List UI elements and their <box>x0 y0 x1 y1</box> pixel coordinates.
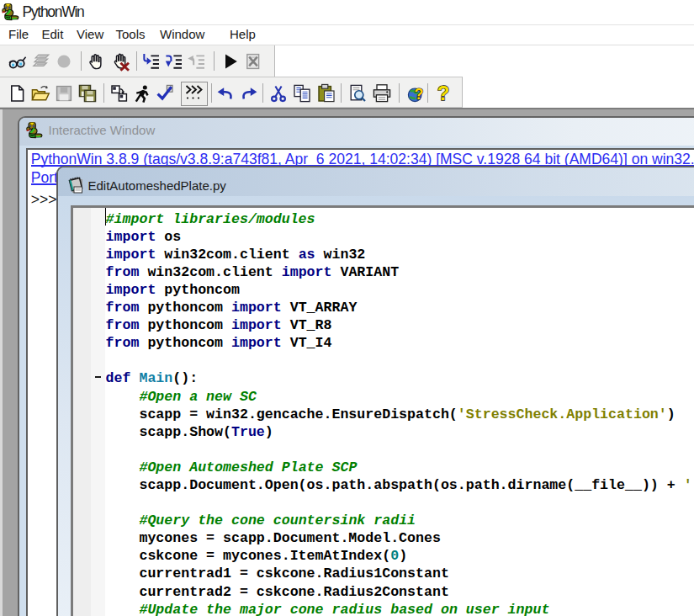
svg-text:?: ? <box>437 83 449 104</box>
svg-text:?: ? <box>415 85 424 102</box>
